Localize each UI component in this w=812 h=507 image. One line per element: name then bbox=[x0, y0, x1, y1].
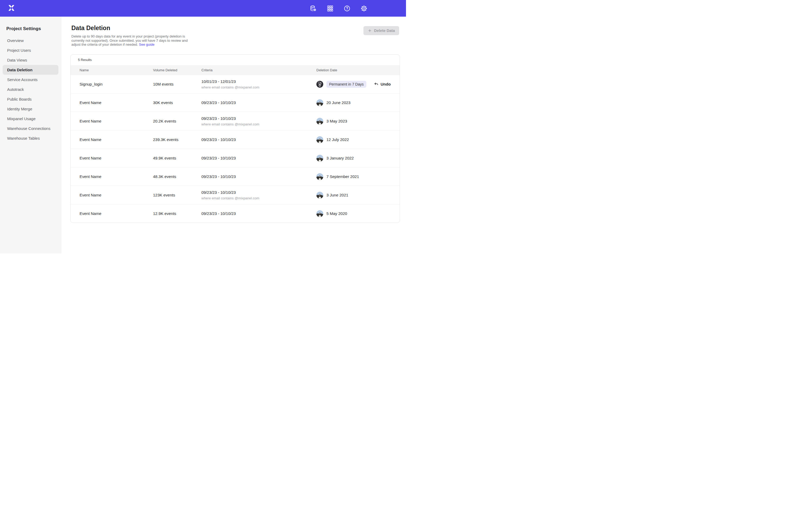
user-avatar bbox=[316, 81, 323, 88]
see-guide-link[interactable]: See guide bbox=[139, 43, 155, 47]
row-name: Event Name bbox=[80, 100, 153, 105]
sidebar-item-service-accounts[interactable]: Service Accounts bbox=[3, 75, 58, 84]
row-criteria: 10/01/23 - 12/01/23 where email contains… bbox=[201, 79, 316, 89]
sidebar-item-project-users[interactable]: Project Users bbox=[3, 45, 58, 55]
row-name: Event Name bbox=[80, 174, 153, 179]
undo-icon bbox=[374, 81, 379, 87]
deletion-date: 20 June 2023 bbox=[326, 100, 351, 105]
sidebar-item-public-boards[interactable]: Public Boards bbox=[3, 94, 58, 104]
apps-grid-icon[interactable] bbox=[327, 5, 334, 12]
row-deletion-date: 3 May 2023 bbox=[316, 118, 394, 125]
sidebar-item-data-deletion[interactable]: Data Deletion bbox=[3, 65, 58, 75]
sidebar-item-mixpanel-usage[interactable]: Mixpanel Usage bbox=[3, 114, 58, 124]
row-name: Event Name bbox=[80, 137, 153, 142]
row-volume: 12.9K events bbox=[153, 211, 201, 216]
column-header-criteria: Criteria bbox=[201, 68, 316, 72]
user-avatar bbox=[316, 118, 323, 125]
sidebar-item-overview[interactable]: Overview bbox=[3, 36, 58, 45]
row-deletion-date: 20 June 2023 bbox=[316, 99, 394, 106]
row-volume: 48.3K events bbox=[153, 174, 201, 179]
sidebar-item-warehouse-connections[interactable]: Warehouse Connections bbox=[3, 124, 58, 133]
row-volume: 30K events bbox=[153, 100, 201, 105]
user-avatar bbox=[316, 173, 323, 180]
app-root: X bbox=[0, 0, 406, 253]
row-volume: 49.9K events bbox=[153, 156, 201, 160]
deletion-date: 3 June 2021 bbox=[326, 193, 348, 197]
row-name: Event Name bbox=[80, 156, 153, 160]
plus-icon bbox=[368, 29, 372, 33]
row-volume: 10M events bbox=[153, 82, 201, 87]
row-deletion-date: 7 September 2021 bbox=[316, 173, 394, 180]
delete-data-button[interactable]: Delete Data bbox=[363, 26, 399, 35]
sidebar-item-data-views[interactable]: Data Views bbox=[3, 55, 58, 65]
row-volume: 123K events bbox=[153, 193, 201, 197]
row-volume: 20.2K events bbox=[153, 119, 201, 123]
column-header-name: Name bbox=[80, 68, 153, 72]
table-row: Event Name 30K events 09/23/23 - 10/10/2… bbox=[70, 93, 400, 112]
user-avatar bbox=[316, 210, 323, 217]
table-header-row: Name Volume Deleted Criteria Deletion Da… bbox=[70, 65, 400, 75]
row-deletion-date: Permanent in 7 Days Undo bbox=[316, 81, 394, 88]
page-title: Data Deletion bbox=[71, 24, 406, 32]
deletion-date: 5 May 2020 bbox=[326, 211, 347, 216]
table-row: Event Name 48.3K events 09/23/23 - 10/10… bbox=[70, 167, 400, 186]
undo-button[interactable]: Undo bbox=[374, 81, 391, 87]
deletion-date: 7 September 2021 bbox=[326, 174, 359, 179]
settings-icon[interactable] bbox=[361, 5, 367, 12]
row-deletion-date: 5 May 2020 bbox=[316, 210, 394, 217]
sidebar-title: Project Settings bbox=[0, 17, 61, 32]
user-avatar bbox=[316, 155, 323, 162]
row-volume: 239.3K events bbox=[153, 137, 201, 142]
row-name: Event Name bbox=[80, 119, 153, 123]
table-row: Event Name 20.2K events 09/23/23 - 10/10… bbox=[70, 112, 400, 130]
top-bar-icons bbox=[310, 0, 367, 17]
top-bar: X bbox=[0, 0, 406, 17]
row-name: Event Name bbox=[80, 193, 153, 197]
deletion-table-card: 5 Results Name Volume Deleted Criteria D… bbox=[70, 54, 400, 223]
table-row: Event Name 12.9K events 09/23/23 - 10/10… bbox=[70, 204, 400, 223]
status-badge: Permanent in 7 Days bbox=[326, 81, 366, 88]
mixpanel-logo[interactable]: X bbox=[7, 4, 16, 13]
row-criteria: 09/23/23 - 10/10/23 bbox=[201, 156, 316, 160]
deletion-date: 12 July 2022 bbox=[326, 137, 349, 142]
row-criteria: 09/23/23 - 10/10/23 bbox=[201, 211, 316, 216]
table-row: Event Name 123K events 09/23/23 - 10/10/… bbox=[70, 186, 400, 204]
sidebar-item-autotrack[interactable]: Autotrack bbox=[3, 84, 58, 94]
settings-sidebar: Project Settings OverviewProject UsersDa… bbox=[0, 17, 61, 253]
main-content: Data Deletion Delete up to 90 days data … bbox=[61, 17, 406, 253]
deletion-date: 3 January 2022 bbox=[326, 156, 354, 160]
data-settings-icon[interactable] bbox=[310, 5, 317, 12]
table-body: Signup_login 10M events 10/01/23 - 12/01… bbox=[70, 75, 400, 223]
row-criteria: 09/23/23 - 10/10/23 bbox=[201, 137, 316, 142]
row-deletion-date: 3 January 2022 bbox=[316, 155, 394, 162]
sidebar-item-identity-merge[interactable]: Identity Merge bbox=[3, 104, 58, 114]
row-criteria: 09/23/23 - 10/10/23 where email contains… bbox=[201, 116, 316, 126]
table-row: Event Name 239.3K events 09/23/23 - 10/1… bbox=[70, 130, 400, 149]
user-avatar bbox=[316, 99, 323, 106]
user-avatar bbox=[316, 136, 323, 143]
row-deletion-date: 3 June 2021 bbox=[316, 192, 394, 199]
row-name: Event Name bbox=[80, 211, 153, 216]
table-row: Event Name 49.9K events 09/23/23 - 10/10… bbox=[70, 149, 400, 167]
sidebar-list: OverviewProject UsersData ViewsData Dele… bbox=[0, 36, 61, 143]
row-criteria: 09/23/23 - 10/10/23 bbox=[201, 100, 316, 105]
row-deletion-date: 12 July 2022 bbox=[316, 136, 394, 143]
row-criteria: 09/23/23 - 10/10/23 bbox=[201, 174, 316, 179]
help-icon[interactable] bbox=[344, 5, 351, 12]
page-description: Delete up to 90 days data for any event … bbox=[71, 34, 189, 47]
row-criteria: 09/23/23 - 10/10/23 where email contains… bbox=[201, 190, 316, 200]
column-header-deletion-date: Deletion Date bbox=[316, 68, 394, 72]
sidebar-item-warehouse-tables[interactable]: Warehouse Tables bbox=[3, 133, 58, 143]
table-row: Signup_login 10M events 10/01/23 - 12/01… bbox=[70, 75, 400, 93]
user-avatar bbox=[316, 192, 323, 199]
deletion-date: 3 May 2023 bbox=[326, 119, 347, 123]
results-count: 5 Results bbox=[70, 55, 400, 65]
row-name: Signup_login bbox=[80, 82, 153, 87]
column-header-volume: Volume Deleted bbox=[153, 68, 201, 72]
